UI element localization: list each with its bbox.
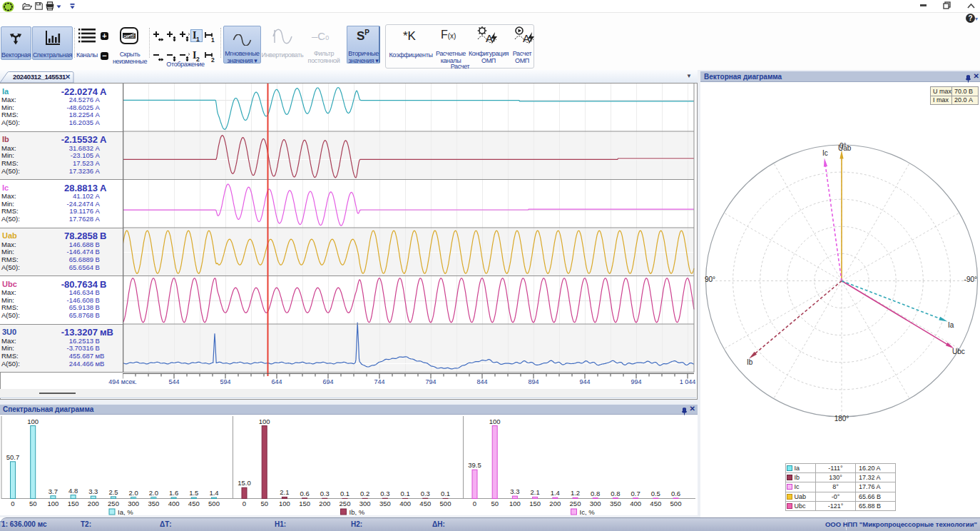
svg-text:2.1: 2.1	[530, 488, 539, 496]
svg-text:15.0: 15.0	[238, 479, 251, 487]
svg-text:350: 350	[148, 500, 159, 507]
svg-text:350: 350	[379, 500, 391, 507]
svg-text:Uab: Uab	[838, 144, 852, 152]
svg-text:3.3: 3.3	[510, 487, 519, 495]
svg-text:250: 250	[570, 500, 581, 507]
svg-text:350: 350	[610, 500, 621, 507]
svg-text:0.1: 0.1	[340, 490, 349, 497]
svg-text:200: 200	[549, 500, 561, 507]
svg-text:Ia, %: Ia, %	[118, 508, 133, 516]
svg-text:100: 100	[27, 418, 39, 425]
svg-text:100: 100	[489, 418, 501, 425]
svg-text:1.2: 1.2	[571, 489, 580, 497]
svg-text:50: 50	[260, 500, 268, 507]
svg-text:90°: 90°	[705, 275, 715, 283]
svg-text:1.5: 1.5	[189, 489, 198, 497]
svg-text:0: 0	[11, 500, 14, 507]
svg-text:4.8: 4.8	[68, 487, 78, 495]
svg-text:180°: 180°	[834, 415, 849, 423]
svg-text:-90°: -90°	[964, 275, 977, 283]
svg-text:Ic: Ic	[822, 149, 828, 157]
svg-text:1.4: 1.4	[209, 489, 218, 497]
svg-text:450: 450	[188, 500, 200, 507]
svg-text:450: 450	[650, 500, 661, 507]
svg-text:0: 0	[473, 500, 476, 507]
svg-text:400: 400	[399, 500, 411, 507]
svg-text:2.0: 2.0	[129, 489, 138, 497]
svg-text:400: 400	[630, 500, 641, 507]
svg-text:100: 100	[279, 500, 290, 507]
svg-text:250: 250	[340, 500, 351, 507]
svg-text:Ib: Ib	[747, 358, 753, 366]
svg-text:0: 0	[243, 500, 246, 507]
svg-text:100: 100	[259, 418, 270, 425]
svg-text:50: 50	[29, 500, 37, 507]
svg-text:3.7: 3.7	[49, 487, 58, 495]
svg-text:500: 500	[208, 500, 220, 507]
svg-text:2.1: 2.1	[280, 488, 289, 496]
svg-text:0.8: 0.8	[611, 490, 620, 497]
svg-text:250: 250	[108, 500, 119, 507]
svg-text:0.6: 0.6	[300, 490, 309, 497]
svg-text:2.0: 2.0	[149, 489, 158, 497]
svg-text:0.3: 0.3	[380, 490, 389, 497]
svg-text:2.5: 2.5	[108, 488, 118, 496]
svg-text:1.6: 1.6	[169, 489, 178, 497]
svg-text:1.4: 1.4	[551, 489, 560, 497]
svg-text:500: 500	[440, 500, 451, 507]
svg-text:0.8: 0.8	[591, 490, 600, 497]
svg-text:150: 150	[68, 500, 79, 507]
svg-text:39.5: 39.5	[468, 461, 481, 469]
svg-text:0.1: 0.1	[441, 490, 450, 497]
svg-text:Ib, %: Ib, %	[349, 508, 365, 516]
svg-text:300: 300	[128, 500, 139, 507]
svg-text:Ubc: Ubc	[952, 348, 965, 355]
svg-text:200: 200	[319, 500, 330, 507]
svg-text:500: 500	[670, 500, 682, 507]
svg-text:Ia: Ia	[948, 321, 954, 329]
svg-text:3.3: 3.3	[88, 487, 98, 495]
svg-text:150: 150	[529, 500, 541, 507]
svg-text:200: 200	[88, 500, 99, 507]
svg-text:0.6: 0.6	[671, 490, 680, 497]
svg-text:400: 400	[168, 500, 180, 507]
svg-text:0.7: 0.7	[631, 490, 640, 497]
svg-text:0.3: 0.3	[421, 490, 430, 497]
svg-text:50: 50	[491, 500, 499, 507]
svg-text:0.2: 0.2	[360, 490, 369, 497]
svg-text:0.5: 0.5	[651, 490, 660, 497]
svg-text:50.7: 50.7	[6, 453, 20, 461]
svg-text:100: 100	[509, 500, 521, 507]
svg-text:0.1: 0.1	[400, 490, 409, 497]
svg-text:300: 300	[590, 500, 601, 507]
svg-text:150: 150	[299, 500, 310, 507]
svg-text:Ic, %: Ic, %	[580, 508, 596, 516]
svg-text:300: 300	[359, 500, 371, 507]
svg-text:100: 100	[47, 500, 58, 507]
svg-text:450: 450	[419, 500, 431, 507]
svg-text:0.3: 0.3	[320, 490, 330, 497]
